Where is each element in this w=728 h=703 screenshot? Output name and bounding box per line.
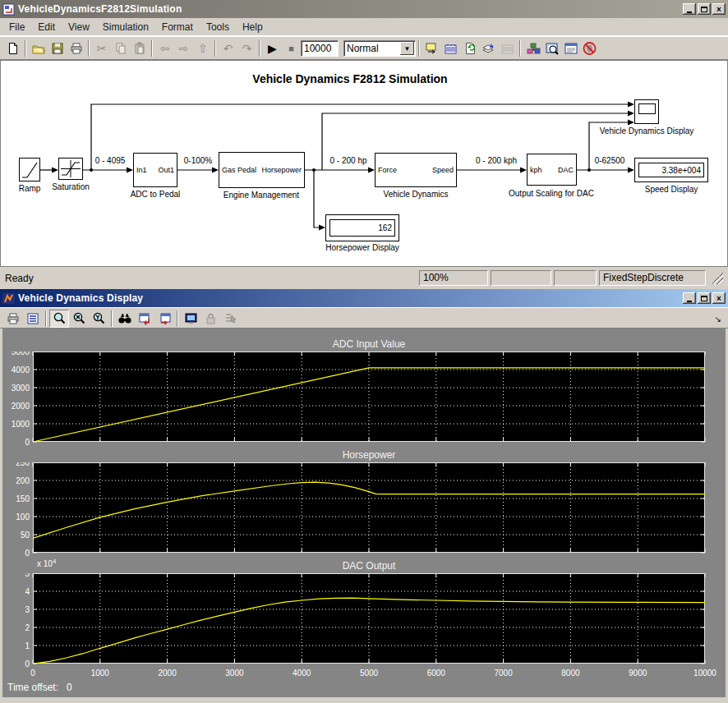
menu-simulation[interactable]: Simulation (97, 20, 154, 34)
find-model-button[interactable] (542, 39, 561, 57)
svg-text:9000: 9000 (629, 669, 647, 678)
block-label-saturation: Saturation (38, 182, 104, 191)
svg-text:5000: 5000 (12, 352, 30, 356)
block-ramp[interactable] (19, 158, 40, 181)
block-saturation[interactable] (58, 158, 83, 180)
plot-horsepower[interactable]: 050100150200250 (2, 462, 728, 559)
scope-parameters-button[interactable] (23, 310, 43, 328)
print-button[interactable] (67, 39, 85, 57)
maximize-icon (701, 296, 707, 301)
y-scale-label: x 104 (37, 558, 56, 568)
floating-scope-button[interactable] (181, 310, 200, 328)
block-label-scaling: Output Scaling for DAC (494, 189, 609, 198)
block-horsepower-display[interactable]: 162 (325, 214, 399, 241)
svg-text:2000: 2000 (158, 669, 177, 678)
autoscale-button[interactable] (115, 310, 135, 328)
block-engine-management[interactable]: Gas Pedal Horsepower (219, 152, 305, 188)
plot-adc-input[interactable]: 010002000300040005000 (2, 352, 728, 448)
toolbar-separator (259, 40, 260, 57)
build-stack-icon (481, 42, 495, 55)
cut-button[interactable]: ✂ (92, 39, 111, 57)
restore-axes-settings-button[interactable] (154, 310, 174, 328)
plot-dac-output[interactable]: 0123450100020003000400050006000700080009… (2, 573, 728, 682)
open-model-button[interactable] (29, 39, 48, 57)
start-simulation-button[interactable]: ▶ (263, 39, 282, 57)
menu-format[interactable]: Format (156, 20, 199, 34)
menu-view[interactable]: View (62, 20, 95, 34)
block-vehicle-dynamics[interactable]: Force Speed (375, 153, 457, 187)
cut-icon: ✂ (97, 43, 107, 54)
block-label-vehicle: Vehicle Dynamics (366, 190, 465, 199)
library-browser-icon (526, 42, 541, 55)
scope-titlebar[interactable]: Vehicle Dynamics Display × (0, 289, 728, 307)
desktop: { "model_window": { "title": "VehicleDyn… (0, 0, 728, 703)
floating-scope-icon (184, 312, 198, 325)
copy-button[interactable] (111, 39, 130, 57)
zoom-icon (53, 311, 67, 325)
library-browser-button[interactable] (523, 39, 542, 57)
navigate-forward-button[interactable]: ⇨ (174, 39, 193, 57)
simulink-app-icon (2, 3, 15, 16)
block-scope[interactable] (634, 99, 659, 124)
plot-title-horsepower: Horsepower (33, 449, 705, 461)
model-statusbar: Ready 100% FixedStepDiscrete (0, 267, 728, 289)
close-icon: × (716, 5, 721, 14)
simulation-diagnostics-button[interactable] (561, 39, 580, 57)
svg-text:0: 0 (25, 659, 30, 669)
plot-title-adc: ADC Input Value (33, 338, 705, 350)
copy-icon (114, 42, 127, 55)
build-all-button[interactable] (479, 39, 498, 57)
debug-disabled-button[interactable] (580, 39, 599, 57)
block-label-scope: Vehicle Dynamics Display (581, 126, 712, 136)
simulation-stop-time-input[interactable] (301, 40, 339, 57)
port-out1: Out1 (158, 166, 174, 174)
simulation-mode-select[interactable]: Normal ▼ (343, 40, 416, 57)
model-close-button[interactable]: × (712, 3, 726, 15)
redo-button[interactable]: ↷ (237, 39, 256, 57)
resize-grip[interactable] (712, 273, 723, 284)
toolbar-separator (88, 40, 90, 57)
disabled-update-button[interactable] (498, 39, 517, 57)
menu-help[interactable]: Help (237, 20, 269, 34)
update-diagram-button[interactable] (441, 39, 460, 57)
save-model-button[interactable] (48, 39, 67, 57)
scope-minimize-button[interactable] (683, 292, 696, 304)
signal-label-adc-range: 0 - 4095 (87, 156, 133, 165)
model-titlebar[interactable]: VehicleDynamicsF2812Simulation × (0, 0, 728, 18)
signal-selection-button[interactable] (220, 310, 240, 328)
svg-text:3000: 3000 (12, 384, 30, 393)
menu-edit[interactable]: Edit (32, 20, 61, 34)
menu-tools[interactable]: Tools (200, 20, 235, 34)
zoom-button[interactable] (49, 310, 69, 328)
model-canvas[interactable]: Vehicle Dynamics F2812 Simulation Ramp S… (0, 60, 728, 267)
scope-print-button[interactable] (3, 310, 23, 328)
block-speed-display[interactable]: 3.38e+004 (634, 158, 708, 182)
zoom-y-button[interactable] (89, 310, 108, 328)
lock-axes-button[interactable] (200, 310, 220, 328)
zoom-x-button[interactable] (69, 310, 89, 328)
stop-simulation-button[interactable]: ■ (282, 39, 301, 57)
undo-button[interactable]: ↶ (219, 39, 237, 57)
refresh-blocks-button[interactable] (460, 39, 479, 57)
model-minimize-button[interactable] (683, 3, 696, 15)
signal-label-pedal-range: 0-100% (177, 156, 219, 165)
block-output-scaling[interactable]: kph DAC (527, 154, 577, 186)
go-to-parent-button[interactable]: ⇧ (193, 39, 212, 57)
model-browser-toggle-button[interactable] (422, 39, 441, 57)
block-adc-to-pedal[interactable]: In1 Out1 (133, 153, 177, 187)
port-dac: DAC (558, 166, 574, 174)
dropdown-button[interactable]: ▼ (400, 42, 414, 55)
zoom-x-icon (72, 311, 86, 325)
save-axes-settings-button[interactable] (135, 310, 154, 328)
paste-button[interactable] (130, 39, 149, 57)
navigate-back-button[interactable]: ⇦ (155, 39, 174, 57)
scope-maximize-button[interactable] (698, 292, 711, 304)
new-model-button[interactable] (3, 39, 22, 57)
scope-close-button[interactable]: × (712, 292, 726, 304)
model-maximize-button[interactable] (698, 3, 711, 15)
model-window-title: VehicleDynamicsF2812Simulation (18, 3, 680, 15)
menu-file[interactable]: File (3, 20, 30, 34)
toolbar-overflow-chevron[interactable]: ↘ (715, 315, 721, 324)
signal-label-hp-range: 0 - 200 hp (324, 156, 373, 165)
svg-text:1000: 1000 (12, 420, 30, 429)
